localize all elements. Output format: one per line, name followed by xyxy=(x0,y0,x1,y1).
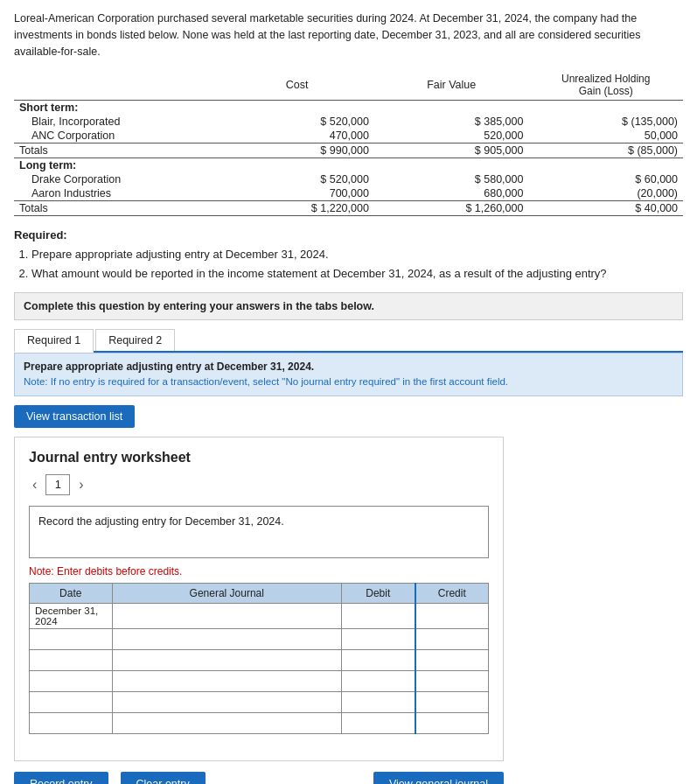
anc-cost: 470,000 xyxy=(220,129,374,144)
drake-cost: $ 520,000 xyxy=(220,172,374,186)
cost-header: Cost xyxy=(220,72,374,101)
anc-gain-loss: 50,000 xyxy=(528,129,683,144)
blair-cost: $ 520,000 xyxy=(220,115,374,129)
record-description: Record the adjusting entry for December … xyxy=(29,506,489,558)
row-5-debit[interactable] xyxy=(342,691,415,712)
row-1-journal[interactable] xyxy=(112,603,342,628)
securities-table: Cost Fair Value Unrealized Holding Gain … xyxy=(14,72,683,216)
row-3-journal[interactable] xyxy=(112,649,342,670)
table-row xyxy=(30,649,489,670)
row-3-date xyxy=(30,649,113,670)
required-section: Required: Prepare appropriate adjusting … xyxy=(14,228,683,284)
fair-value-header: Fair Value xyxy=(374,72,529,101)
general-journal-header: General Journal xyxy=(112,583,342,603)
required-item-2: What amount would be reported in the inc… xyxy=(31,264,683,284)
anc-label: ANC Corporation xyxy=(14,129,220,144)
intro-text: Loreal-American Corporation purchased se… xyxy=(14,10,683,60)
row-4-journal[interactable] xyxy=(112,670,342,691)
short-term-totals-gl: $ (85,000) xyxy=(528,144,683,158)
long-term-totals-gl: $ 40,000 xyxy=(528,201,683,216)
blair-fair-value: $ 385,000 xyxy=(374,115,529,129)
required-item-1: Prepare appropriate adjusting entry at D… xyxy=(31,245,683,264)
table-row xyxy=(30,691,489,712)
short-term-label: Short term: xyxy=(14,101,220,116)
row-1-debit[interactable] xyxy=(342,603,415,628)
row-6-debit[interactable] xyxy=(342,712,415,733)
prev-page-arrow[interactable]: ‹ xyxy=(29,475,40,494)
note-sub: Note: If no entry is required for a tran… xyxy=(24,374,673,389)
date-col-header: Date xyxy=(30,583,113,603)
row-3-debit[interactable] xyxy=(342,649,415,670)
row-6-journal[interactable] xyxy=(112,712,342,733)
page-number: 1 xyxy=(45,474,70,495)
unrealized-header: Unrealized Holding Gain (Loss) xyxy=(528,72,683,101)
tab-required-1[interactable]: Required 1 xyxy=(14,329,94,353)
drake-fair-value: $ 580,000 xyxy=(374,172,529,186)
row-5-credit[interactable] xyxy=(415,691,489,712)
drake-gain-loss: $ 60,000 xyxy=(528,172,683,186)
aaron-cost: 700,000 xyxy=(220,186,374,201)
long-term-totals-label: Totals xyxy=(14,201,220,216)
row-2-journal[interactable] xyxy=(112,628,342,649)
blair-gain-loss: $ (135,000) xyxy=(528,115,683,129)
drake-label: Drake Corporation xyxy=(14,172,220,186)
view-general-journal-button[interactable]: View general journal xyxy=(373,772,504,784)
note-title: Prepare appropriate adjusting entry at D… xyxy=(24,359,673,374)
row-4-credit[interactable] xyxy=(415,670,489,691)
short-term-totals-label: Totals xyxy=(14,144,220,158)
view-transaction-button[interactable]: View transaction list xyxy=(14,405,135,428)
table-row: December 31,2024 xyxy=(30,603,489,628)
row-6-date xyxy=(30,712,113,733)
next-page-arrow[interactable]: › xyxy=(75,475,87,494)
worksheet-title: Journal entry worksheet xyxy=(29,450,489,466)
row-6-credit[interactable] xyxy=(415,712,489,733)
note-debits: Note: Enter debits before credits. xyxy=(29,565,489,578)
row-5-journal[interactable] xyxy=(112,691,342,712)
long-term-label: Long term: xyxy=(14,158,220,173)
aaron-gain-loss: (20,000) xyxy=(528,186,683,201)
row-5-date xyxy=(30,691,113,712)
note-box: Prepare appropriate adjusting entry at D… xyxy=(14,353,683,396)
table-row xyxy=(30,712,489,733)
clear-entry-button[interactable]: Clear entry xyxy=(121,772,206,784)
required-list: Prepare appropriate adjusting entry at D… xyxy=(31,245,683,284)
short-term-totals-fv: $ 905,000 xyxy=(374,144,529,158)
required-label: Required: xyxy=(14,228,683,242)
row-4-debit[interactable] xyxy=(342,670,415,691)
anc-fair-value: 520,000 xyxy=(374,129,529,144)
blair-label: Blair, Incorporated xyxy=(14,115,220,129)
aaron-fair-value: 680,000 xyxy=(374,186,529,201)
page-navigation: ‹ 1 › xyxy=(29,474,489,495)
debit-header: Debit xyxy=(342,583,415,603)
journal-table: Date General Journal Debit Credit Decemb… xyxy=(29,583,489,734)
aaron-label: Aaron Industries xyxy=(14,186,220,201)
row-3-credit[interactable] xyxy=(415,649,489,670)
row-1-date: December 31,2024 xyxy=(30,603,113,628)
short-term-totals-cost: $ 990,000 xyxy=(220,144,374,158)
tabs-container: Required 1 Required 2 xyxy=(14,329,683,353)
instruction-text: Complete this question by entering your … xyxy=(24,300,374,312)
journal-worksheet: Journal entry worksheet ‹ 1 › Record the… xyxy=(14,437,504,761)
long-term-totals-fv: $ 1,260,000 xyxy=(374,201,529,216)
action-buttons: Record entry Clear entry View general jo… xyxy=(14,772,504,784)
tab-required-2[interactable]: Required 2 xyxy=(95,329,175,351)
record-entry-button[interactable]: Record entry xyxy=(14,772,108,784)
credit-header: Credit xyxy=(415,583,489,603)
row-1-credit[interactable] xyxy=(415,603,489,628)
instruction-box: Complete this question by entering your … xyxy=(14,292,683,320)
row-2-date xyxy=(30,628,113,649)
long-term-totals-cost: $ 1,220,000 xyxy=(220,201,374,216)
row-2-credit[interactable] xyxy=(415,628,489,649)
table-row xyxy=(30,670,489,691)
table-row xyxy=(30,628,489,649)
row-4-date xyxy=(30,670,113,691)
row-2-debit[interactable] xyxy=(342,628,415,649)
